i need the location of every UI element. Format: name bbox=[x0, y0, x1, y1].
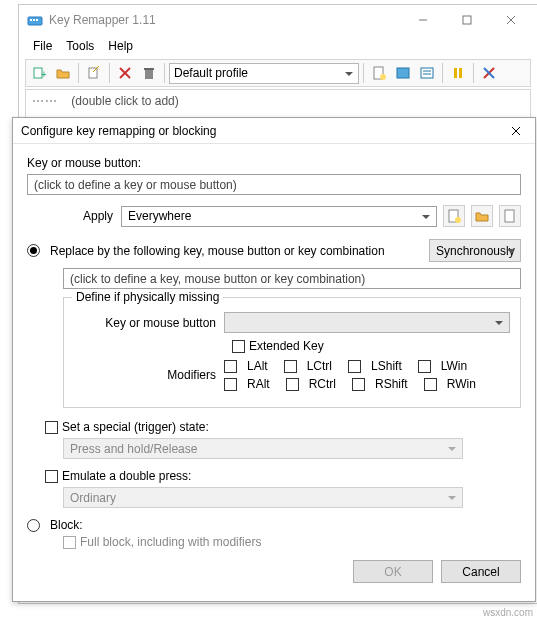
mod-rwin-label: RWin bbox=[447, 377, 476, 391]
app-window-icon[interactable] bbox=[392, 62, 414, 84]
menu-help[interactable]: Help bbox=[102, 37, 139, 55]
km-label: Key or mouse button bbox=[74, 316, 224, 330]
replace-label: Replace by the following key, mouse butt… bbox=[50, 244, 385, 258]
emulate-label: Emulate a double press: bbox=[62, 469, 191, 483]
block-radio[interactable] bbox=[27, 519, 40, 532]
dialog-close-button[interactable] bbox=[501, 120, 531, 142]
fullblock-label: Full block, including with modifiers bbox=[80, 535, 261, 549]
menu-file[interactable]: File bbox=[27, 37, 58, 55]
mod-lwin-checkbox[interactable] bbox=[418, 360, 431, 373]
mod-lctrl-checkbox[interactable] bbox=[284, 360, 297, 373]
svg-rect-17 bbox=[397, 68, 409, 78]
mod-ralt-checkbox[interactable] bbox=[224, 378, 237, 391]
new-doc-icon[interactable] bbox=[368, 62, 390, 84]
svg-rect-1 bbox=[30, 19, 32, 21]
apply-value: Everywhere bbox=[128, 209, 191, 223]
edit-icon[interactable] bbox=[83, 62, 105, 84]
sync-value: Synchronously bbox=[436, 244, 515, 258]
trash-icon[interactable] bbox=[138, 62, 160, 84]
modifiers-label: Modifiers bbox=[74, 368, 224, 382]
add-icon[interactable]: + bbox=[28, 62, 50, 84]
mod-lshift-checkbox[interactable] bbox=[348, 360, 361, 373]
svg-rect-21 bbox=[454, 68, 457, 78]
sync-select[interactable]: Synchronously bbox=[429, 239, 521, 262]
tree-hint: (double click to add) bbox=[71, 94, 178, 108]
missing-group: Define if physically missing Key or mous… bbox=[63, 297, 521, 408]
svg-point-16 bbox=[380, 74, 386, 80]
app-icon bbox=[27, 12, 43, 28]
key-placeholder: (click to define a key or mouse button) bbox=[34, 178, 237, 192]
pause-icon[interactable] bbox=[447, 62, 469, 84]
mod-ralt-label: RAlt bbox=[247, 377, 270, 391]
apply-select[interactable]: Everywhere bbox=[121, 206, 437, 227]
dialog-titlebar: Configure key remapping or blocking bbox=[13, 118, 535, 144]
settings-icon[interactable] bbox=[478, 62, 500, 84]
svg-rect-5 bbox=[463, 16, 471, 24]
titlebar: Key Remapper 1.11 bbox=[19, 5, 537, 35]
svg-point-28 bbox=[455, 217, 461, 223]
svg-rect-29 bbox=[505, 210, 514, 222]
maximize-button[interactable] bbox=[445, 6, 489, 34]
km-select[interactable] bbox=[224, 312, 510, 333]
mod-lwin-label: LWin bbox=[441, 359, 467, 373]
svg-rect-13 bbox=[145, 70, 153, 79]
fullblock-checkbox[interactable] bbox=[63, 536, 76, 549]
emulate-select[interactable]: Ordinary bbox=[63, 487, 463, 508]
special-state-checkbox[interactable] bbox=[45, 421, 58, 434]
cancel-button[interactable]: Cancel bbox=[441, 560, 521, 583]
mod-lalt-label: LAlt bbox=[247, 359, 268, 373]
tree-collapse-icon: ⋯⋯ bbox=[32, 94, 58, 108]
minimize-button[interactable] bbox=[401, 6, 445, 34]
special-state-select[interactable]: Press and hold/Release bbox=[63, 438, 463, 459]
apply-doc-icon[interactable] bbox=[499, 205, 521, 227]
svg-rect-18 bbox=[421, 68, 433, 78]
block-label: Block: bbox=[50, 518, 83, 532]
window-title: Key Remapper 1.11 bbox=[49, 13, 401, 27]
missing-legend: Define if physically missing bbox=[72, 290, 223, 304]
replace-radio[interactable] bbox=[27, 244, 40, 257]
emulate-checkbox[interactable] bbox=[45, 470, 58, 483]
extended-key-checkbox[interactable] bbox=[232, 340, 245, 353]
mod-lshift-label: LShift bbox=[371, 359, 402, 373]
svg-rect-22 bbox=[459, 68, 462, 78]
svg-rect-14 bbox=[144, 68, 154, 70]
mod-rwin-checkbox[interactable] bbox=[424, 378, 437, 391]
toolbar: + Default profile bbox=[25, 59, 531, 87]
mod-rshift-checkbox[interactable] bbox=[352, 378, 365, 391]
key-label: Key or mouse button: bbox=[27, 156, 521, 170]
folder-icon[interactable] bbox=[52, 62, 74, 84]
list-icon[interactable] bbox=[416, 62, 438, 84]
svg-text:+: + bbox=[41, 69, 46, 80]
profile-value: Default profile bbox=[174, 66, 248, 80]
combo-define-field[interactable]: (click to define a key, mouse button or … bbox=[63, 268, 521, 289]
menubar: File Tools Help bbox=[19, 35, 537, 57]
mod-rctrl-label: RCtrl bbox=[309, 377, 336, 391]
close-button[interactable] bbox=[489, 6, 533, 34]
mod-lalt-checkbox[interactable] bbox=[224, 360, 237, 373]
apply-label: Apply bbox=[27, 209, 113, 223]
special-state-value: Press and hold/Release bbox=[70, 442, 197, 456]
svg-rect-3 bbox=[36, 19, 38, 21]
combo-placeholder: (click to define a key, mouse button or … bbox=[70, 272, 365, 286]
dialog-title: Configure key remapping or blocking bbox=[21, 124, 501, 138]
key-define-field[interactable]: (click to define a key or mouse button) bbox=[27, 174, 521, 195]
delete-icon[interactable] bbox=[114, 62, 136, 84]
emulate-value: Ordinary bbox=[70, 491, 116, 505]
mod-rshift-label: RShift bbox=[375, 377, 408, 391]
svg-rect-2 bbox=[33, 19, 35, 21]
config-dialog: Configure key remapping or blocking Key … bbox=[12, 117, 536, 602]
extended-key-label: Extended Key bbox=[249, 339, 324, 353]
menu-tools[interactable]: Tools bbox=[60, 37, 100, 55]
watermark: wsxdn.com bbox=[483, 607, 533, 618]
mod-lctrl-label: LCtrl bbox=[307, 359, 332, 373]
ok-button[interactable]: OK bbox=[353, 560, 433, 583]
apply-new-icon[interactable] bbox=[443, 205, 465, 227]
special-state-label: Set a special (trigger) state: bbox=[62, 420, 209, 434]
mod-rctrl-checkbox[interactable] bbox=[286, 378, 299, 391]
apply-browse-icon[interactable] bbox=[471, 205, 493, 227]
profile-select[interactable]: Default profile bbox=[169, 63, 359, 84]
